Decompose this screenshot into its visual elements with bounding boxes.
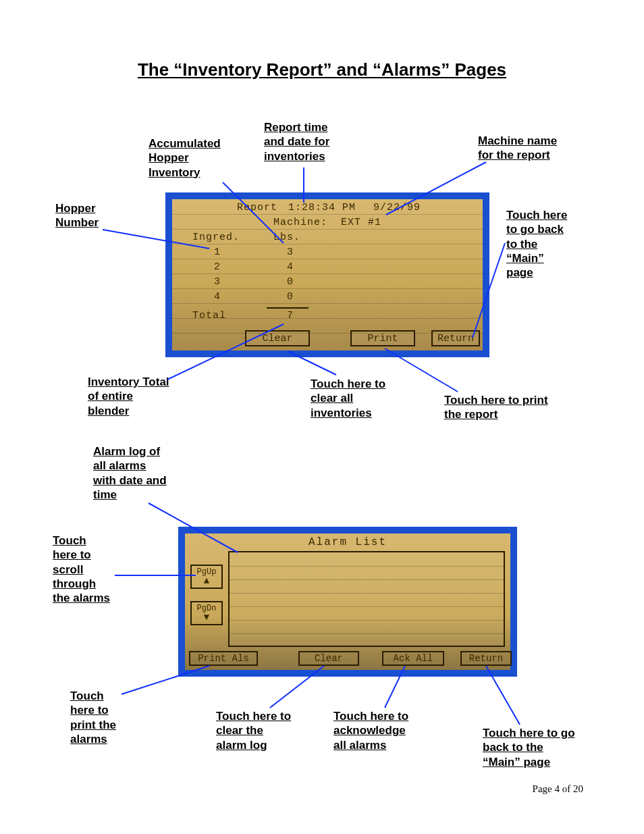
annot-ack-all: Touch here toacknowledgeall alarms xyxy=(333,709,408,752)
down-arrow-icon: ▼ xyxy=(192,613,221,622)
annot-go-main-bottom: Touch here to goback to the“Main” page xyxy=(483,726,575,769)
total-label: Total xyxy=(192,310,226,321)
row-lbs: 3 xyxy=(287,246,294,258)
page-title: The “Inventory Report” and “Alarms” Page… xyxy=(0,59,644,80)
annot-print-report: Touch here to printthe report xyxy=(444,393,548,422)
print-button[interactable]: Print xyxy=(350,330,415,346)
return-button[interactable]: Return xyxy=(431,330,480,346)
annot-clear-alarm-log: Touch here toclear thealarm log xyxy=(216,709,291,752)
machine-label: Machine: xyxy=(273,217,327,228)
report-time: 1:28:34 PM xyxy=(288,202,356,213)
pgup-button[interactable]: PgUp ▲ xyxy=(190,565,223,589)
ack-all-button[interactable]: Ack All xyxy=(382,651,444,666)
row-lbs: 0 xyxy=(287,291,294,303)
annot-clear-inv: Touch here toclear allinventories xyxy=(311,377,385,420)
machine-value: EXT #1 xyxy=(341,217,381,228)
alarm-list-panel: Alarm List PgUp ▲ PgDn ▼ Print Als Clear… xyxy=(185,533,510,670)
inventory-report-panel: Report 1:28:34 PM 9/22/99 Machine: EXT #… xyxy=(172,199,483,350)
clear-button[interactable]: Clear xyxy=(245,330,310,346)
clear-alarms-button[interactable]: Clear xyxy=(298,651,359,666)
annot-hopper-number: HopperNumber xyxy=(55,201,99,230)
annot-scroll-alarms: Touchhere toscrollthroughthe alarms xyxy=(53,533,110,605)
print-alarms-button[interactable]: Print Als xyxy=(189,651,258,666)
up-arrow-icon: ▲ xyxy=(192,577,221,585)
report-label: Report xyxy=(237,202,277,213)
pgdn-button[interactable]: PgDn ▼ xyxy=(190,601,223,625)
alarm-list-title: Alarm List xyxy=(185,536,510,548)
annot-alarm-log: Alarm log ofall alarmswith date andtime xyxy=(93,444,167,502)
annot-accum-hopper: AccumulatedHopperInventory xyxy=(149,136,221,180)
row-n: 4 xyxy=(214,291,221,303)
row-n: 2 xyxy=(214,261,221,273)
annot-go-main-top: Touch hereto go backto the“Main”page xyxy=(506,208,567,280)
col-ingred: Ingred. xyxy=(192,232,240,243)
col-lbs: Lbs. xyxy=(273,232,300,243)
row-n: 1 xyxy=(214,246,221,258)
annot-machine-name: Machine namefor the report xyxy=(478,134,557,163)
inventory-report-screen: Report 1:28:34 PM 9/22/99 Machine: EXT #… xyxy=(165,192,489,357)
annot-report-time: Report timeand date forinventories xyxy=(264,120,329,163)
alarm-log-area xyxy=(228,551,505,647)
row-lbs: 0 xyxy=(287,276,294,288)
alarm-list-screen: Alarm List PgUp ▲ PgDn ▼ Print Als Clear… xyxy=(178,527,517,677)
row-n: 3 xyxy=(214,276,221,288)
return-button[interactable]: Return xyxy=(460,651,512,666)
annot-inv-total: Inventory Totalof entireblender xyxy=(88,375,169,418)
total-value: 7 xyxy=(287,310,294,321)
report-date: 9/22/99 xyxy=(373,202,421,213)
row-lbs: 4 xyxy=(287,261,294,273)
page-footer: Page 4 of 20 xyxy=(533,783,583,795)
annot-print-alarms: Touchhere toprint thealarms xyxy=(70,689,116,746)
